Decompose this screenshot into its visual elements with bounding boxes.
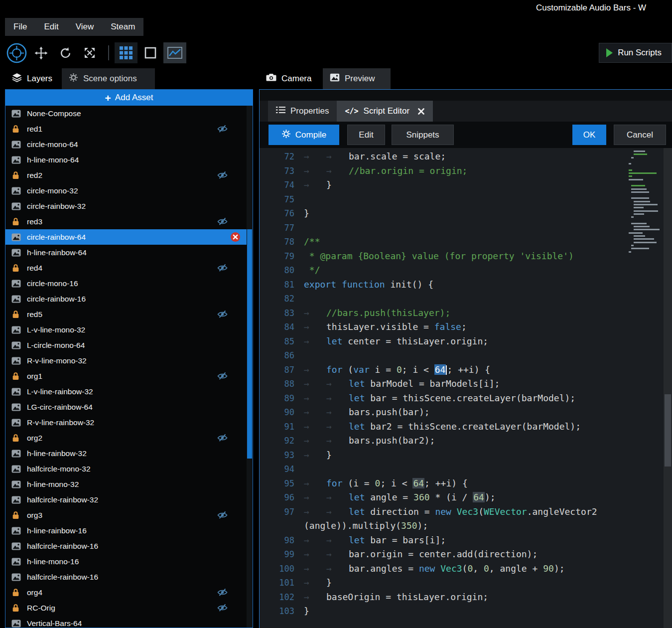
layer-row[interactable]: halfcircle-rainbow-16	[5, 569, 253, 585]
tab-layers[interactable]: Layers	[5, 68, 62, 89]
layer-row[interactable]: org3	[5, 507, 253, 523]
remove-layer-icon[interactable]	[230, 232, 241, 244]
code-line[interactable]: 81export function init() {	[260, 278, 672, 292]
grid-toggle-icon[interactable]	[115, 42, 137, 63]
visibility-off-icon[interactable]	[217, 511, 228, 521]
bounds-toggle-icon[interactable]	[139, 42, 162, 63]
code-line[interactable]: 75	[260, 192, 672, 207]
code-line[interactable]: 103}	[260, 604, 672, 619]
code-line[interactable]: 95→for (i = 0; i < 64; ++i) {	[260, 476, 672, 491]
run-scripts-button[interactable]: Run Scripts	[599, 43, 672, 63]
code-line[interactable]: 97→→let direction = new Vec3(WEVector.an…	[260, 505, 672, 519]
layer-row[interactable]: h-line-mono-64	[5, 152, 253, 167]
minimap[interactable]	[629, 151, 658, 254]
layers-scrollbar-thumb[interactable]	[247, 229, 252, 459]
layer-row[interactable]: L-v-line-mono-32	[5, 322, 253, 337]
code-line[interactable]: (angle)).multiply(350);	[260, 519, 672, 533]
visibility-off-icon[interactable]	[217, 264, 228, 274]
layer-row[interactable]: circle-mono-32	[5, 183, 253, 198]
code-line[interactable]: 73→→//bar.origin = origin;	[260, 164, 672, 178]
layer-row[interactable]: red5	[5, 307, 253, 322]
code-line[interactable]: 98→→let bar = bars[i];	[260, 533, 672, 548]
layer-row[interactable]: circle-rainbow-64	[5, 229, 253, 245]
code-editor[interactable]: 72→→bar.scale = scale;73→→//bar.origin =…	[260, 148, 672, 628]
code-line[interactable]: 84→thisLayer.visible = false;	[260, 320, 672, 334]
tab-script-editor[interactable]: </> Script Editor	[337, 101, 433, 122]
layer-row[interactable]: red4	[5, 260, 253, 276]
cancel-button[interactable]: Cancel	[614, 125, 666, 145]
code-line[interactable]: 85→let center = thisLayer.origin;	[260, 334, 672, 349]
tab-preview[interactable]: Preview	[323, 68, 391, 89]
layer-row[interactable]: circle-rainbow-16	[5, 291, 253, 307]
layer-row[interactable]: circle-mono-64	[5, 137, 253, 152]
layer-row[interactable]: LG-circ-rainbow-64	[5, 399, 253, 415]
visibility-off-icon[interactable]	[217, 310, 228, 320]
close-tab-icon[interactable]	[417, 108, 425, 115]
chart-toggle-icon[interactable]	[163, 42, 186, 63]
layer-row[interactable]: circle-mono-16	[5, 276, 253, 291]
code-line[interactable]: 94	[260, 462, 672, 476]
code-line[interactable]: 91→→let bar2 = thisScene.createLayer(bar…	[260, 420, 672, 434]
code-line[interactable]: 90→→bars.push(bar);	[260, 405, 672, 420]
visibility-off-icon[interactable]	[217, 434, 228, 444]
select-crosshair-tool-icon[interactable]	[5, 42, 28, 63]
visibility-off-icon[interactable]	[217, 372, 228, 382]
menu-view[interactable]: View	[67, 18, 103, 36]
code-line[interactable]: 100→→bar.angles = new Vec3(0, 0, angle +…	[260, 562, 672, 576]
visibility-off-icon[interactable]	[217, 217, 228, 228]
layer-row[interactable]: RC-Orig	[5, 600, 253, 616]
code-line[interactable]: 86	[260, 348, 672, 363]
code-line[interactable]: 99→→bar.origin = center.add(direction);	[260, 547, 672, 562]
editor-scrollbar-thumb[interactable]	[665, 394, 671, 467]
layer-row[interactable]: L-v-line-rainbow-32	[5, 384, 253, 399]
code-line[interactable]: 74→}	[260, 178, 672, 192]
layer-row[interactable]: h-line-mono-32	[5, 476, 253, 492]
code-line[interactable]: 82	[260, 292, 672, 306]
menu-file[interactable]: File	[5, 18, 35, 36]
menu-edit[interactable]: Edit	[35, 18, 67, 36]
layer-row[interactable]: R-v-line-mono-32	[5, 353, 253, 368]
layer-row[interactable]: red2	[5, 167, 253, 183]
menu-steam[interactable]: Steam	[102, 18, 143, 36]
code-line[interactable]: 77	[260, 221, 672, 235]
code-line[interactable]: 101→}	[260, 576, 672, 590]
snippets-button[interactable]: Snippets	[392, 125, 454, 145]
visibility-off-icon[interactable]	[217, 588, 228, 599]
ok-button[interactable]: OK	[572, 125, 606, 145]
layer-row[interactable]: None-Compose	[5, 106, 253, 121]
layer-row[interactable]: org4	[5, 585, 253, 600]
visibility-off-icon[interactable]	[217, 171, 228, 181]
code-line[interactable]: 78/**	[260, 235, 672, 249]
rotate-tool-icon[interactable]	[54, 42, 77, 63]
add-asset-button[interactable]: + Add Asset	[5, 90, 253, 106]
code-line[interactable]: 102→baseOrigin = thisLayer.origin;	[260, 590, 672, 605]
code-line[interactable]: 79 * @param {Boolean} value (for propert…	[260, 249, 672, 264]
code-line[interactable]: 93→}	[260, 448, 672, 463]
layer-row[interactable]: red1	[5, 121, 253, 137]
code-line[interactable]: 80 */	[260, 263, 672, 278]
visibility-off-icon[interactable]	[217, 125, 228, 135]
editor-scrollbar[interactable]	[664, 148, 672, 628]
tab-scene-options[interactable]: Scene options	[62, 68, 155, 89]
layer-row[interactable]: org1	[5, 368, 253, 384]
edit-button[interactable]: Edit	[347, 125, 385, 145]
layer-row[interactable]: h-line-rainbow-32	[5, 446, 253, 461]
code-line[interactable]: 83→//bars.push(thisLayer);	[260, 306, 672, 320]
code-line[interactable]: 96→→let angle = 360 * (i / 64);	[260, 490, 672, 505]
scale-tool-icon[interactable]	[78, 42, 101, 63]
layer-row[interactable]: circle-rainbow-32	[5, 198, 253, 214]
tab-camera[interactable]: Camera	[259, 68, 323, 89]
layer-row[interactable]: org2	[5, 430, 253, 446]
layers-scrollbar[interactable]	[247, 106, 253, 628]
code-line[interactable]: 92→→bars.push(bar2);	[260, 434, 672, 448]
tab-properties[interactable]: Properties	[268, 101, 337, 122]
layer-row[interactable]: red3	[5, 214, 253, 229]
layer-row[interactable]: L-circle-mono-64	[5, 337, 253, 353]
code-line[interactable]: 76}	[260, 206, 672, 221]
layer-row[interactable]: halfcircle-rainbow-32	[5, 492, 253, 507]
move-tool-icon[interactable]	[29, 42, 52, 63]
layer-row[interactable]: R-v-line-rainbow-32	[5, 415, 253, 430]
visibility-off-icon[interactable]	[217, 604, 228, 614]
layer-row[interactable]: h-line-mono-16	[5, 554, 253, 569]
code-line[interactable]: 88→→let barModel = barModels[i];	[260, 377, 672, 391]
